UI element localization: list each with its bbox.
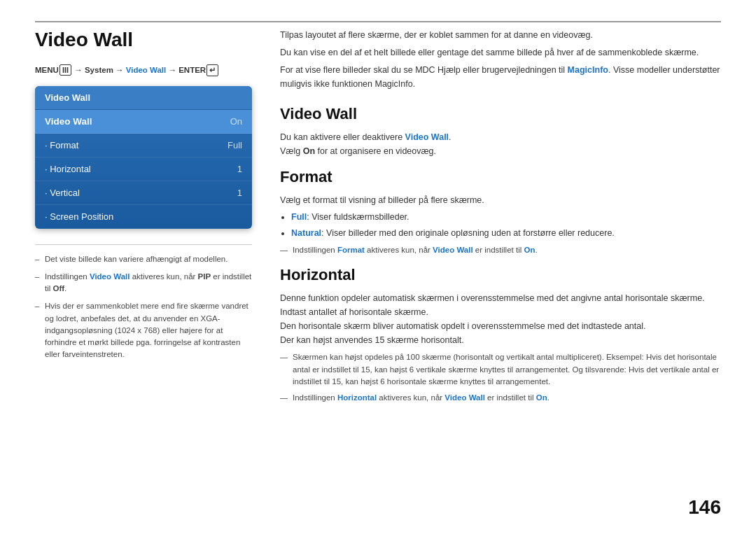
ui-label-vertical: Vertical (45, 188, 80, 198)
format-bullet-natural: Natural: Viser billeder med den original… (291, 226, 721, 240)
menu-icon: III (59, 64, 71, 76)
note-2: Indstillingen Video Wall aktiveres kun, … (35, 271, 252, 295)
horizontal-note-2: Indstillingen Horizontal aktiveres kun, … (280, 392, 721, 404)
vw-para-1: Du kan aktivere eller deaktivere Video W… (280, 130, 721, 144)
hor-para-2: Indtast antallet af horisontale skærme. (280, 305, 721, 319)
horizontal-note-1: Skærmen kan højst opdeles på 100 skærme … (280, 351, 721, 388)
ui-value-horizontal: 1 (237, 164, 242, 174)
enter-icon: ↵ (206, 64, 218, 76)
section-heading-videowall: Video Wall (280, 105, 721, 123)
ui-menu-item-horizontal[interactable]: Horizontal 1 (35, 157, 252, 181)
vw-para-2: Vælg On for at organisere en videovæg. (280, 144, 721, 158)
top-divider (35, 21, 721, 22)
notes-section: Det viste billede kan variere afhængigt … (35, 244, 252, 361)
ui-label-screenpos: Screen Position (45, 211, 113, 222)
format-bullet-full: Full: Viser fuldskærmsbilleder. (291, 210, 721, 224)
page-number: 146 (688, 496, 721, 519)
ui-value-vertical: 1 (237, 188, 242, 198)
intro-line-2: Du kan vise en del af et helt billede el… (280, 45, 721, 59)
left-column: Video Wall MENUIII → System → Video Wall… (35, 28, 252, 506)
hor-para-3: Den horisontale skærm bliver automatisk … (280, 319, 721, 333)
note-1: Det viste billede kan variere afhængigt … (35, 253, 252, 265)
ui-value-videowall: On (230, 116, 242, 127)
section-content-horizontal: Denne funktion opdeler automatisk skærme… (280, 291, 721, 347)
ui-label-format: Format (45, 140, 78, 150)
intro-line-1: Tilpas layoutet af flere skærme, der er … (280, 28, 721, 42)
note-3: Hvis der er sammenkoblet mere end fire s… (35, 300, 252, 360)
section-heading-horizontal: Horizontal (280, 266, 721, 284)
hor-para-4: Der kan højst anvendes 15 skærme horison… (280, 333, 721, 347)
fmt-para-1: Vælg et format til visning af billeder p… (280, 193, 721, 207)
section-heading-format: Format (280, 168, 721, 186)
format-bullets: Full: Viser fuldskærmsbilleder. Natural:… (291, 210, 721, 240)
ui-box: Video Wall Video Wall On Format Full Hor… (35, 86, 252, 229)
menu-prefix: MENU (35, 65, 59, 73)
section-content-format: Vælg et format til visning af billeder p… (280, 193, 721, 240)
hor-para-1: Denne funktion opdeler automatisk skærme… (280, 291, 721, 305)
right-intro: Tilpas layoutet af flere skærme, der er … (280, 28, 721, 91)
ui-box-title: Video Wall (35, 86, 252, 110)
ui-menu-item-screenpos[interactable]: Screen Position (35, 205, 252, 229)
ui-menu-item-format[interactable]: Format Full (35, 134, 252, 157)
section-content-videowall: Du kan aktivere eller deaktivere Video W… (280, 130, 721, 158)
page-title: Video Wall (35, 28, 252, 52)
intro-line-3: For at vise flere billeder skal du se MD… (280, 63, 721, 91)
right-column: Tilpas layoutet af flere skærme, der er … (280, 28, 721, 506)
menu-path: MENUIII → System → Video Wall → ENTER↵ (35, 64, 252, 76)
ui-menu-item-vertical[interactable]: Vertical 1 (35, 181, 252, 205)
ui-label-videowall: Video Wall (45, 116, 92, 127)
ui-value-format: Full (227, 140, 242, 150)
ui-menu-item-videowall[interactable]: Video Wall On (35, 110, 252, 134)
ui-label-horizontal: Horizontal (45, 164, 91, 174)
format-note: Indstillingen Format aktiveres kun, når … (280, 244, 721, 256)
